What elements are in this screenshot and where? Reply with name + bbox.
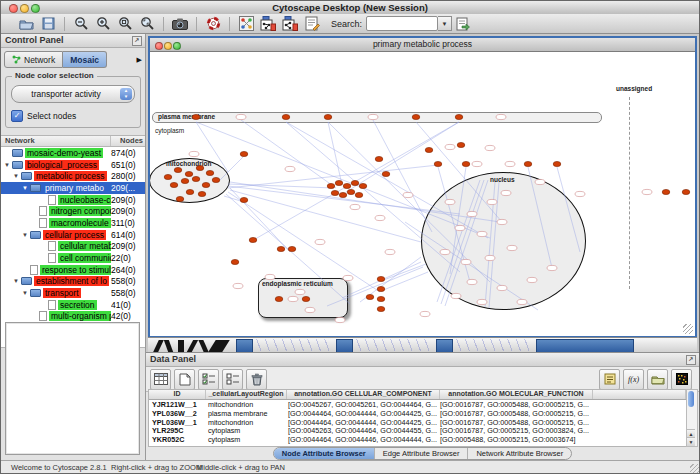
layout-a-button[interactable] [258,15,278,32]
table-row[interactable]: YPL036W__1mitochondrion[GO:0044464, GO:0… [149,418,686,427]
tree-expand-arrow[interactable]: ▼ [13,278,21,284]
select-nodes-row[interactable]: ✓ Select nodes [11,110,135,122]
tree-item-label: macromolecule [49,218,111,228]
tree-item[interactable]: macromolecule311(0) [1,217,145,229]
tree-item-node-count: 42(0) [111,311,145,321]
delete-attribute-button[interactable] [246,369,267,390]
help-button[interactable] [203,15,223,32]
scroll-down-arrow[interactable]: ▼ [687,437,695,446]
tree-expand-arrow[interactable]: ▼ [22,290,30,296]
function-icon: f(x) [627,373,641,385]
unassigned-label: unassigned [616,85,652,92]
attribute-table-header[interactable]: ID _cellularLayoutRegion annotation.GO C… [149,390,686,400]
table-cell: [GO:0044464, GO:0044444, GO:0044425, G..… [285,418,437,427]
tree-expand-arrow[interactable]: ▼ [22,232,30,238]
network-view-titlebar[interactable]: primary metabolic process [150,38,695,52]
tab-edge-attribute-browser[interactable]: Edge Attribute Browser [375,448,469,459]
zoom-selected-button[interactable] [115,15,135,32]
unselect-attributes-button[interactable] [222,369,243,390]
tree-item[interactable]: ▼cellular process614(0) [1,229,145,241]
table-row[interactable]: YPL036W__2plasma membrane[GO:0044464, GO… [149,409,686,418]
window-titlebar[interactable]: Cytoscape Desktop (New Session) [1,1,699,15]
save-session-button[interactable] [38,15,58,32]
table-cell: [GO:0044464, GO:0044444, GO:0044425, G..… [285,409,437,418]
table-row[interactable]: YKR052Ccytoplasm[GO:0044464, GO:0044446,… [149,435,686,444]
background-window-titlebar[interactable] [336,339,353,353]
status-pan-hint: Middle-click + drag to PAN [197,463,285,472]
column-header[interactable]: ID [149,390,206,399]
table-cell: [GO:0016787, GO:0005488, GO:0005215, G..… [437,418,589,427]
window-resize-grip[interactable] [690,464,699,473]
background-window-titlebar[interactable] [536,339,634,353]
tree-header-nodes[interactable]: Nodes [111,136,145,146]
tab-mosaic[interactable]: Mosaic [63,51,107,68]
tree-item[interactable]: multi-organism pro42(0) [1,311,145,323]
table-vertical-scrollbar[interactable]: ▲ ▼ [686,389,698,447]
zoom-out-button[interactable] [71,15,91,32]
tree-item[interactable]: cell communicat22(0) [1,252,145,264]
snapshot-button[interactable] [170,15,190,32]
tree-item[interactable]: ▼primary metabo209(... [1,182,145,194]
folder-icon [651,374,665,385]
search-go-button[interactable] [453,15,473,32]
plasma-membrane-label: plasma membrane [158,113,215,120]
zoom-fit-button[interactable] [137,15,157,32]
dropdown-value: transporter activity [12,89,120,99]
tree-expand-arrow[interactable]: ▼ [13,173,21,179]
camera-icon [172,17,188,30]
scrollbar-thumb[interactable] [688,391,694,407]
zoom-in-button[interactable] [93,15,113,32]
attribute-notes-button[interactable] [599,369,620,390]
background-window-titlebar[interactable] [236,339,253,353]
tab-network-attribute-browser[interactable]: Network Attribute Browser [468,448,571,459]
attribute-table-body: YJR121W__1mitochondrion[GO:0045267, GO:0… [149,400,686,447]
group-legend: Node color selection [12,71,97,80]
import-attributes-button[interactable] [647,369,668,390]
function-builder-button[interactable]: f(x) [623,369,644,390]
clipped-label-glyph [198,340,208,352]
float-panel-icon[interactable]: ↗ [686,355,696,365]
attribute-select-button[interactable] [150,369,171,390]
attribute-matrix-button[interactable] [671,369,692,390]
canvas-resize-grip[interactable] [683,324,693,334]
network-manager-button[interactable] [236,15,256,32]
tree-expand-arrow[interactable]: ▼ [22,185,30,191]
annotation-button[interactable] [302,15,322,32]
select-nodes-checkbox[interactable]: ✓ [11,110,23,122]
tree-item[interactable]: response to stimulu264(0) [1,264,145,276]
tree-item[interactable]: cellular metabol209(0) [1,241,145,253]
tree-item[interactable]: secretion41(0) [1,299,145,311]
tree-expand-arrow[interactable]: ▼ [4,162,12,168]
tab-node-attribute-browser[interactable]: Node Attribute Browser [274,448,375,459]
tree-item[interactable]: mosaic-demo-yeast874(0) [1,147,145,159]
tree-item[interactable]: ▼biological_process651(0) [1,159,145,171]
table-row[interactable]: YJR121W__1mitochondrion[GO:0045267, GO:0… [149,400,686,409]
birds-eye-view[interactable] [5,322,140,455]
open-session-button[interactable] [16,15,36,32]
search-label: Search: [331,19,362,29]
column-header[interactable]: annotation.GO CELLULAR_COMPONENT [287,390,440,399]
layout-b-button[interactable] [280,15,300,32]
notes-icon [604,373,616,385]
background-window-titlebar[interactable] [436,339,453,353]
network-canvas[interactable]: plasma membrane cytoplasm mitochondrion … [150,52,695,336]
tree-header-network[interactable]: Network [1,136,111,146]
float-panel-icon[interactable]: ↗ [132,36,142,46]
search-dropdown-button[interactable]: ▼ [438,16,452,31]
table-row[interactable]: YLR295Ccytoplasm[GO:0045263, GO:0044464,… [149,426,686,435]
tab-overflow-arrow[interactable]: ▶ [137,56,142,64]
tree-item[interactable]: nucleobase-cont209(0) [1,194,145,206]
tree-item[interactable]: nitrogen compou209(0) [1,205,145,217]
create-attribute-button[interactable] [174,369,195,390]
tree-item[interactable]: ▼metabolic process280(0) [1,170,145,182]
column-header[interactable]: annotation.GO MOLECULAR_FUNCTION [440,390,593,399]
annotation-icon [305,16,320,31]
network-view-window[interactable]: primary metabolic process plasma membran… [148,36,697,337]
search-input[interactable] [366,16,438,31]
select-attributes-button[interactable] [198,369,219,390]
tree-item[interactable]: ▼transport558(0) [1,287,145,299]
tree-item[interactable]: ▼establishment of lo558(0) [1,276,145,288]
node-color-dropdown[interactable]: transporter activity ▲▼ [11,85,135,103]
tab-network[interactable]: Network [4,51,63,68]
column-header[interactable]: _cellularLayoutRegion [206,390,287,399]
